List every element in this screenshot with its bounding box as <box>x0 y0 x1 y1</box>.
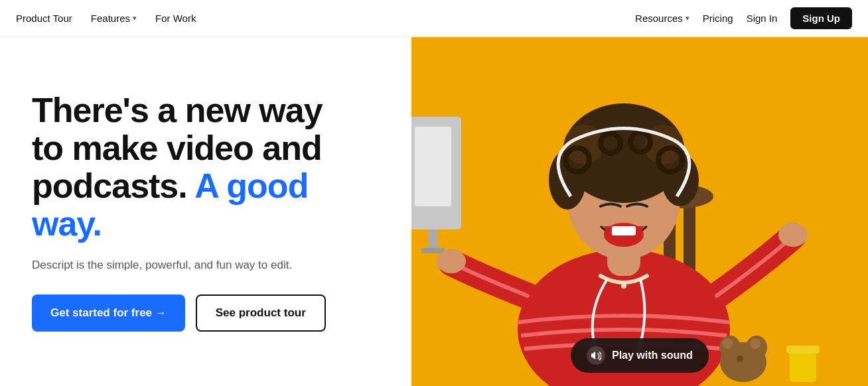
svg-rect-26 <box>790 349 816 382</box>
play-sound-label: Play with sound <box>612 350 693 361</box>
navigation: Product Tour Features ▾ For Work Resourc… <box>0 0 868 37</box>
hero-headline: There's a new wayto make video andpodcas… <box>32 92 380 243</box>
svg-point-33 <box>737 355 743 362</box>
nav-right: Resources ▾ Pricing Sign In Sign Up <box>635 7 852 29</box>
cta-row: Get started for free → See product tour <box>32 294 380 332</box>
svg-rect-25 <box>612 226 636 235</box>
svg-rect-4 <box>421 248 445 253</box>
svg-rect-27 <box>786 346 820 354</box>
get-started-button[interactable]: Get started for free → <box>32 294 185 332</box>
signin-button[interactable]: Sign In <box>747 13 778 24</box>
play-with-sound-button[interactable]: Play with sound <box>571 338 709 373</box>
hero-highlight: A goodway. <box>32 166 308 243</box>
nav-resources[interactable]: Resources ▾ <box>635 13 689 24</box>
sound-icon <box>587 346 605 365</box>
hero-subtext: Descript is the simple, powerful, and fu… <box>32 257 380 274</box>
svg-rect-3 <box>428 229 438 249</box>
see-product-tour-button[interactable]: See product tour <box>196 294 326 332</box>
main-content: There's a new wayto make video andpodcas… <box>0 37 868 386</box>
svg-point-32 <box>750 338 760 349</box>
svg-point-10 <box>778 223 808 247</box>
features-chevron-icon: ▾ <box>133 14 137 23</box>
svg-point-12 <box>621 283 626 289</box>
video-panel: Play with sound <box>411 37 868 386</box>
svg-point-9 <box>437 249 466 273</box>
video-background: Play with sound <box>411 37 868 386</box>
nav-product-tour[interactable]: Product Tour <box>16 13 72 24</box>
resources-chevron-icon: ▾ <box>686 14 689 23</box>
svg-point-31 <box>722 338 733 349</box>
svg-rect-2 <box>415 127 451 206</box>
nav-left: Product Tour Features ▾ For Work <box>16 13 196 24</box>
nav-features[interactable]: Features ▾ <box>91 13 137 24</box>
nav-for-work[interactable]: For Work <box>155 13 196 24</box>
signup-button[interactable]: Sign Up <box>790 7 852 29</box>
nav-pricing[interactable]: Pricing <box>703 13 733 24</box>
person-illustration <box>411 37 868 386</box>
hero-section: There's a new wayto make video andpodcas… <box>0 37 411 386</box>
